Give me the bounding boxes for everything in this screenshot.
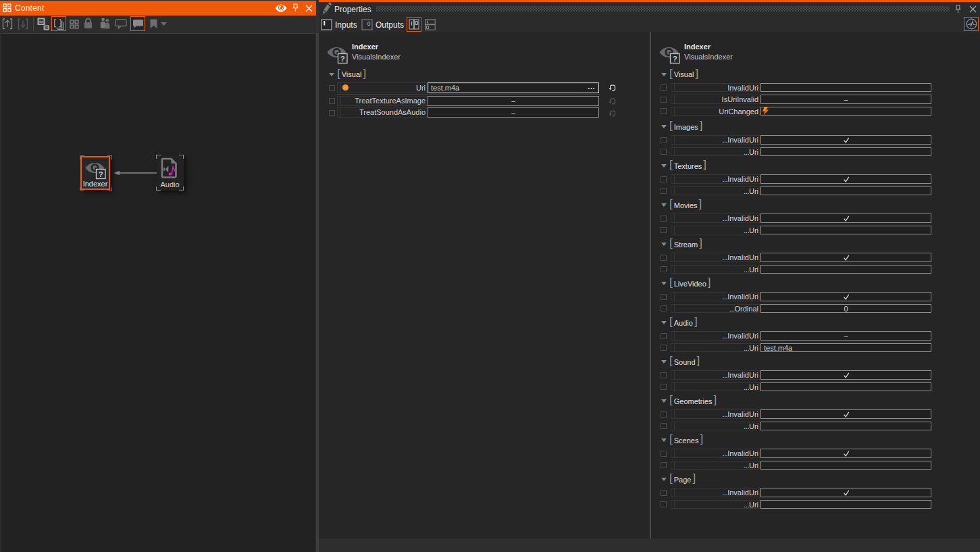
svg-text:?: ? (99, 170, 103, 178)
svg-text:0: 0 (367, 20, 371, 27)
svg-text:?: ? (673, 55, 677, 63)
svg-text:?: ? (340, 55, 345, 63)
